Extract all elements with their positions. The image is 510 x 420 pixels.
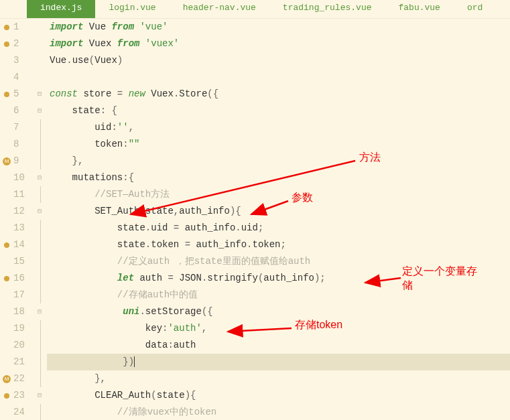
code-line-8[interactable]: token:"": [47, 136, 510, 153]
line-number: 17: [13, 287, 32, 303]
code-line-24[interactable]: //清除vuex中的token: [47, 404, 510, 420]
line-number: 12: [13, 203, 32, 220]
line-number: 11: [13, 186, 32, 203]
line-number: 19: [13, 320, 32, 337]
tab-header-nav-vue[interactable]: header-nav.vue: [170, 0, 269, 18]
code-line-19[interactable]: key:'auth',: [47, 320, 510, 337]
code-line-12[interactable]: SET_Auth(state,auth_info){: [47, 203, 510, 220]
line-number: 7: [13, 119, 32, 136]
code-line-9[interactable]: },: [47, 153, 510, 169]
annotation-param: 参数: [292, 191, 313, 205]
line-number: 23: [13, 387, 32, 404]
annotation-method: 方法: [359, 151, 381, 165]
code-line-10[interactable]: mutations:{: [47, 169, 510, 186]
code-line-14[interactable]: state.token = auth_info.token;: [47, 236, 510, 253]
line-number: 4: [13, 69, 32, 86]
tab-ord[interactable]: ord: [454, 0, 496, 18]
code-line-2[interactable]: import Vuex from 'vuex': [47, 36, 510, 52]
code-line-23[interactable]: CLEAR_Auth(state){: [47, 387, 510, 404]
line-number: 5: [13, 86, 32, 102]
line-number: 18: [13, 303, 32, 320]
code-line-3[interactable]: Vue.use(Vuex): [47, 52, 510, 69]
line-number: 9: [13, 153, 32, 169]
code-area[interactable]: import Vue from 'vue'import Vuex from 'v…: [47, 19, 510, 420]
code-line-11[interactable]: //SET—Auth方法: [47, 186, 510, 203]
line-number: 2: [13, 36, 32, 52]
line-number: 24: [13, 404, 32, 420]
code-line-18[interactable]: uni.setStorage({: [47, 303, 510, 320]
line-number: 15: [13, 253, 32, 270]
tab-index-js[interactable]: index.js: [27, 0, 95, 18]
code-line-7[interactable]: uid:'',: [47, 119, 510, 136]
line-number: 1: [13, 19, 32, 36]
line-number: 13: [13, 220, 32, 236]
tab-login-vue[interactable]: login.vue: [95, 0, 169, 18]
line-number: 14: [13, 236, 32, 253]
code-line-13[interactable]: state.uid = auth_info.uid;: [47, 220, 510, 236]
line-number: 8: [13, 136, 32, 153]
line-number: 10: [13, 169, 32, 186]
code-line-4[interactable]: [47, 69, 510, 86]
code-line-5[interactable]: const store = new Vuex.Store({: [47, 86, 510, 102]
line-number: 22: [13, 370, 32, 387]
line-number: 20: [13, 337, 32, 354]
annotation-store-token: 存储token: [295, 318, 342, 332]
tab-fabu-vue[interactable]: fabu.vue: [385, 0, 453, 18]
fold-gutter[interactable]: ⊟⊟⊟⊟⊟⊟: [38, 19, 47, 420]
breakpoint-gutter[interactable]: MM: [0, 19, 13, 420]
line-number-gutter: 123456789101112131415161718192021222324: [13, 19, 38, 420]
code-editor: MM 1234567891011121314151617181920212223…: [0, 19, 510, 420]
code-line-22[interactable]: },: [47, 370, 510, 387]
tab-bar: index.jslogin.vueheader-nav.vuetrading_r…: [0, 0, 510, 19]
code-line-21[interactable]: }): [47, 354, 510, 370]
line-number: 21: [13, 354, 32, 370]
line-number: 6: [13, 102, 32, 119]
code-line-6[interactable]: state: {: [47, 102, 510, 119]
annotation-define-var: 定义一个变量存储: [402, 265, 483, 293]
tab-trading_rules-vue[interactable]: trading_rules.vue: [269, 0, 385, 18]
line-number: 16: [13, 270, 32, 287]
code-line-20[interactable]: data:auth: [47, 337, 510, 354]
line-number: 3: [13, 52, 32, 69]
code-line-1[interactable]: import Vue from 'vue': [47, 19, 510, 36]
